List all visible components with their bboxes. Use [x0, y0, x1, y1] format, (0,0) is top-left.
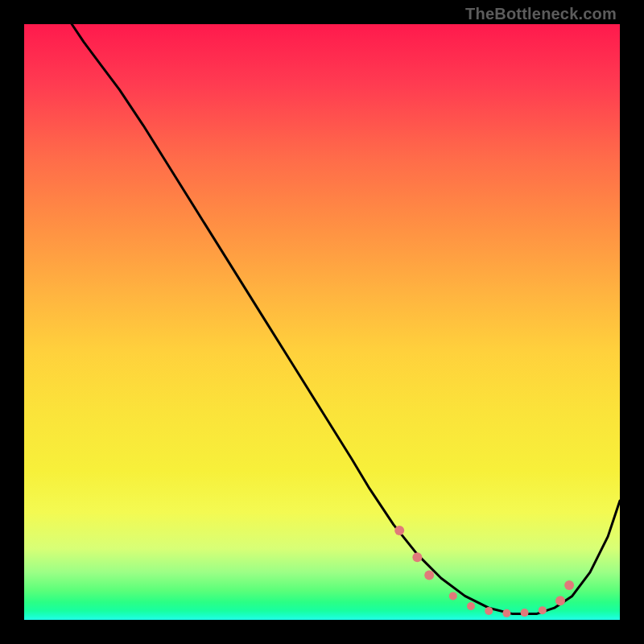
plot-area — [24, 24, 620, 620]
curve-marker — [564, 580, 574, 590]
curve-marker — [449, 592, 457, 600]
curve-marker — [394, 526, 404, 535]
watermark-text: TheBottleneck.com — [465, 5, 617, 23]
curve-marker — [467, 602, 475, 610]
chart-frame: TheBottleneck.com — [0, 0, 644, 644]
curve-marker — [555, 596, 565, 605]
curve-marker — [424, 571, 434, 580]
markers-group — [394, 526, 574, 617]
curve-group — [72, 24, 620, 614]
curve-marker — [412, 552, 422, 562]
chart-svg — [24, 24, 620, 620]
curve-marker — [485, 607, 493, 615]
curve-marker — [539, 606, 547, 614]
curve-marker — [521, 609, 529, 617]
curve-marker — [502, 609, 510, 617]
curve-path — [72, 24, 620, 614]
